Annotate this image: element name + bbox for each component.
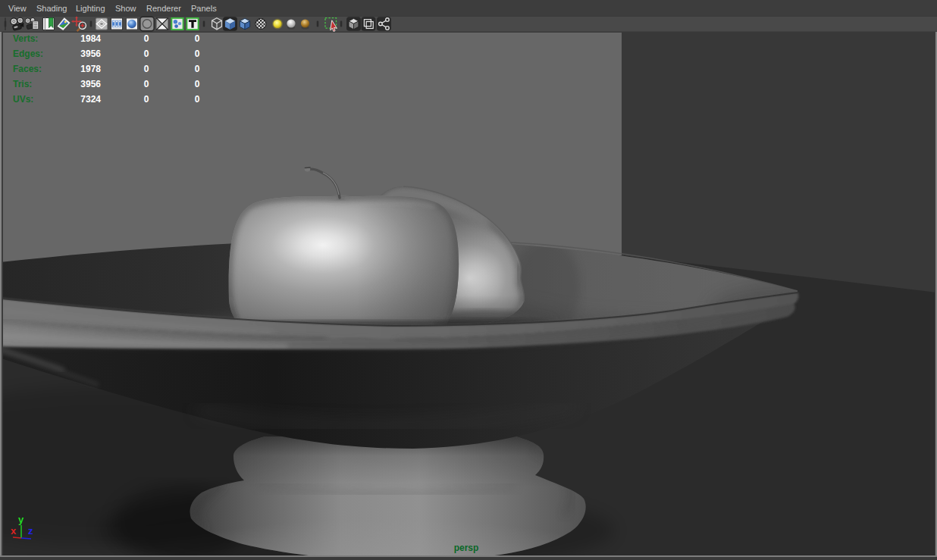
svg-text:y: y (18, 514, 24, 525)
svg-text:z: z (28, 525, 33, 537)
svg-text:x: x (11, 525, 17, 537)
